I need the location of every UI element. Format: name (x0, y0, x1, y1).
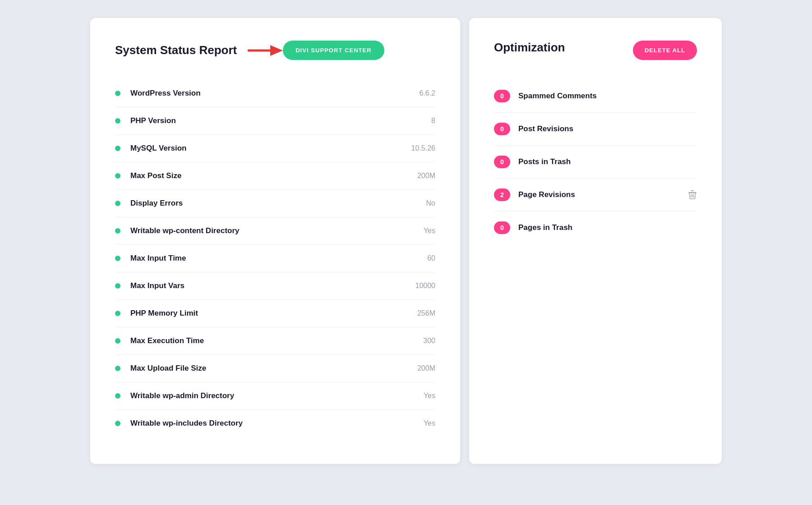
status-dot (115, 91, 120, 96)
count-badge: 0 (494, 221, 510, 234)
system-rows: WordPress Version 6.6.2 PHP Version 8 My… (115, 80, 435, 437)
status-dot (115, 118, 120, 124)
row-label: Max Input Time (130, 254, 418, 263)
row-value: 10.5.26 (411, 144, 435, 152)
right-panel: Optimization DELETE ALL 0 Spammed Commen… (469, 18, 722, 464)
trash-icon[interactable] (688, 190, 697, 200)
system-row: Max Upload File Size 200M (115, 355, 435, 382)
left-panel: System Status Report DIVI SUPPORT CENTER… (90, 18, 460, 464)
page-wrapper: System Status Report DIVI SUPPORT CENTER… (90, 18, 722, 464)
opt-label: Pages in Trash (518, 223, 697, 232)
row-value: 300 (423, 337, 435, 345)
svg-rect-3 (691, 190, 694, 191)
status-dot (115, 421, 120, 426)
row-value: 200M (417, 364, 435, 372)
opt-row: 0 Posts in Trash (494, 146, 697, 179)
row-label: Writable wp-admin Directory (130, 391, 415, 400)
system-row: Max Input Time 60 (115, 245, 435, 272)
row-label: Max Upload File Size (130, 364, 408, 373)
row-value: No (426, 199, 435, 207)
opt-label: Page Revisions (518, 190, 680, 199)
row-label: Max Input Vars (130, 281, 406, 290)
opt-row: 0 Post Revisions (494, 113, 697, 146)
row-label: Max Post Size (130, 171, 408, 180)
delete-all-button[interactable]: DELETE ALL (633, 41, 697, 60)
count-badge: 2 (494, 188, 510, 201)
row-label: PHP Memory Limit (130, 309, 408, 318)
opt-row: 0 Pages in Trash (494, 211, 697, 244)
row-label: Writable wp-content Directory (130, 226, 415, 235)
status-dot (115, 256, 120, 261)
system-row: Max Post Size 200M (115, 162, 435, 190)
opt-label: Post Revisions (518, 124, 697, 133)
system-row: PHP Version 8 (115, 107, 435, 135)
row-label: MySQL Version (130, 144, 402, 153)
system-row: Display Errors No (115, 190, 435, 217)
count-badge: 0 (494, 90, 510, 102)
opt-label: Spammed Comments (518, 92, 697, 101)
svg-marker-1 (270, 45, 283, 56)
system-row: WordPress Version 6.6.2 (115, 80, 435, 107)
count-badge: 0 (494, 156, 510, 168)
system-row: Max Execution Time 300 (115, 327, 435, 355)
count-badge: 0 (494, 123, 510, 135)
support-center-button[interactable]: DIVI SUPPORT CENTER (283, 41, 384, 60)
row-value: 8 (431, 117, 435, 125)
status-dot (115, 228, 120, 234)
status-dot (115, 283, 120, 289)
system-row: Max Input Vars 10000 (115, 272, 435, 300)
optimization-title: Optimization (494, 41, 565, 55)
arrow-right-icon (248, 41, 284, 60)
status-dot (115, 311, 120, 316)
status-dot (115, 393, 120, 399)
row-value: Yes (424, 227, 435, 235)
row-value: 10000 (415, 282, 436, 290)
system-row: Writable wp-includes Directory Yes (115, 410, 435, 437)
row-label: Display Errors (130, 199, 417, 208)
row-label: PHP Version (130, 116, 422, 125)
optimization-rows: 0 Spammed Comments 0 Post Revisions 0 Po… (494, 80, 697, 244)
row-label: Writable wp-includes Directory (130, 419, 415, 428)
row-value: 6.6.2 (419, 89, 435, 97)
system-row: Writable wp-content Directory Yes (115, 217, 435, 245)
row-value: Yes (424, 419, 435, 427)
row-value: 200M (417, 172, 435, 180)
opt-row: 2 Page Revisions (494, 179, 697, 211)
status-dot (115, 366, 120, 371)
status-dot (115, 201, 120, 206)
system-row: MySQL Version 10.5.26 (115, 135, 435, 162)
status-dot (115, 173, 120, 179)
panel-title: System Status Report (115, 43, 237, 57)
opt-label: Posts in Trash (518, 157, 697, 166)
status-dot (115, 146, 120, 151)
right-header: Optimization DELETE ALL (494, 41, 697, 60)
system-row: PHP Memory Limit 256M (115, 300, 435, 327)
row-value: 60 (427, 254, 435, 262)
arrow-btn-wrapper: DIVI SUPPORT CENTER (248, 41, 384, 60)
row-label: Max Execution Time (130, 336, 414, 345)
status-dot (115, 338, 120, 344)
opt-row: 0 Spammed Comments (494, 80, 697, 113)
system-row: Writable wp-admin Directory Yes (115, 382, 435, 410)
row-value: Yes (424, 392, 435, 400)
row-label: WordPress Version (130, 89, 410, 98)
panel-header: System Status Report DIVI SUPPORT CENTER (115, 41, 435, 60)
row-value: 256M (417, 309, 435, 317)
